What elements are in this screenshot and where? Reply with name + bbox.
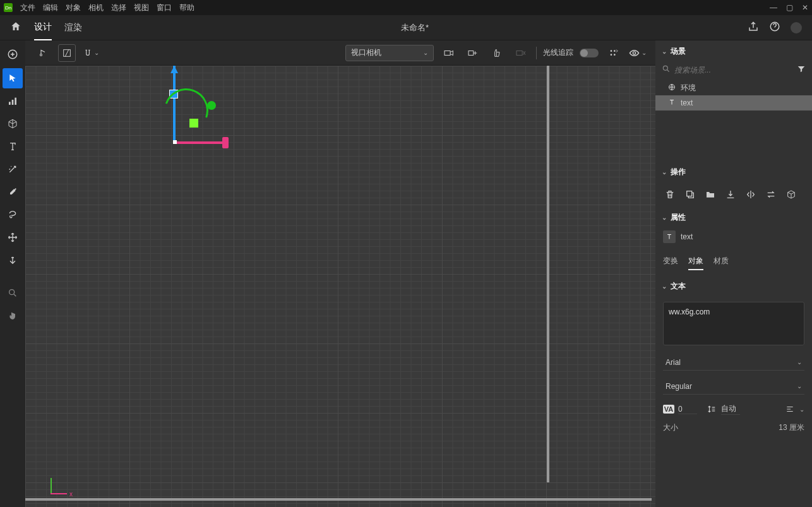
text-icon xyxy=(668,98,676,108)
scene-item-text[interactable]: text xyxy=(655,95,812,110)
axis-indicator: x xyxy=(51,478,67,494)
svg-rect-9 xyxy=(469,51,474,55)
package-icon[interactable] xyxy=(784,188,798,201)
opt-view-icon[interactable]: ⌄ xyxy=(629,44,647,62)
cube-tool[interactable] xyxy=(3,114,23,134)
size-label: 大小 xyxy=(663,422,678,433)
viewport[interactable]: x xyxy=(25,66,655,507)
kerning-input[interactable]: 0 xyxy=(678,405,697,414)
menu-file[interactable]: 文件 xyxy=(20,3,35,13)
hand-tool[interactable] xyxy=(3,306,23,326)
prop-tab-transform[interactable]: 变换 xyxy=(663,253,678,270)
svg-point-0 xyxy=(770,22,779,31)
add-icon[interactable] xyxy=(3,44,23,64)
opt-pivot-icon[interactable] xyxy=(34,44,52,62)
scene-search-input[interactable] xyxy=(674,66,793,75)
swap-icon[interactable] xyxy=(764,188,778,201)
panel-ops-header[interactable]: ⌄操作 xyxy=(655,161,812,182)
opt-cam1-icon[interactable] xyxy=(440,44,458,62)
font-select[interactable]: Arial⌄ xyxy=(663,354,804,371)
opt-cam-add-icon[interactable] xyxy=(464,44,482,62)
menu-select[interactable]: 选择 xyxy=(111,3,126,13)
opt-orient-icon[interactable] xyxy=(58,44,76,62)
svg-rect-8 xyxy=(445,51,450,55)
panel-scene-header[interactable]: ⌄场景 xyxy=(655,40,812,62)
share-icon[interactable] xyxy=(748,21,759,34)
opt-cam-like-icon[interactable] xyxy=(488,44,506,62)
doc-title: 未命名* xyxy=(401,22,429,33)
menu-help[interactable]: 帮助 xyxy=(179,3,194,13)
help-icon[interactable] xyxy=(769,21,780,34)
opt-cam-del-icon[interactable] xyxy=(512,44,530,62)
lineheight-icon xyxy=(706,405,717,414)
opt-snap-icon[interactable]: ⌄ xyxy=(82,44,100,62)
menu-window[interactable]: 窗口 xyxy=(157,3,172,13)
svg-point-6 xyxy=(40,54,42,56)
raytrace-toggle[interactable] xyxy=(580,49,599,57)
grid-axis-v xyxy=(547,66,549,482)
grid-axis-h xyxy=(25,498,652,501)
svg-rect-10 xyxy=(516,51,522,55)
size-value[interactable]: 13 厘米 xyxy=(779,422,804,433)
opt-display-icon[interactable] xyxy=(605,44,623,62)
search-icon xyxy=(662,64,671,75)
text-tool[interactable] xyxy=(3,136,23,157)
tab-render[interactable]: 渲染 xyxy=(64,16,82,40)
svg-point-13 xyxy=(611,54,612,56)
duplicate-icon[interactable] xyxy=(683,188,697,201)
delete-icon[interactable] xyxy=(663,188,677,201)
lineheight-input[interactable]: 自动 xyxy=(721,403,740,415)
app-logo: Dn xyxy=(4,3,13,12)
align-icon[interactable] xyxy=(784,405,796,414)
svg-point-17 xyxy=(669,84,675,90)
anchor-tool[interactable] xyxy=(3,250,23,270)
tab-design[interactable]: 设计 xyxy=(34,15,52,40)
svg-point-5 xyxy=(9,290,15,295)
svg-rect-18 xyxy=(687,191,692,196)
text-value-input[interactable] xyxy=(664,302,804,343)
menu-object[interactable]: 对象 xyxy=(66,3,81,13)
wand-tool[interactable] xyxy=(3,159,23,179)
menu-camera[interactable]: 相机 xyxy=(88,3,104,13)
svg-point-1 xyxy=(8,50,17,59)
panel-props-header[interactable]: ⌄属性 xyxy=(655,206,812,228)
svg-point-11 xyxy=(611,50,612,52)
scene-item-env[interactable]: 环境 xyxy=(655,80,812,95)
raytrace-label: 光线追踪 xyxy=(543,47,573,58)
font-weight-select[interactable]: Regular⌄ xyxy=(663,378,804,395)
sync-icon[interactable] xyxy=(791,22,802,33)
select-tool[interactable] xyxy=(3,68,23,88)
filter-icon[interactable] xyxy=(797,64,806,75)
scale-tool[interactable] xyxy=(3,91,23,111)
eyedropper-tool[interactable] xyxy=(3,182,23,202)
prop-tab-object[interactable]: 对象 xyxy=(688,253,703,270)
svg-rect-7 xyxy=(64,49,71,56)
kerning-icon: VA xyxy=(663,405,674,414)
lasso-tool[interactable] xyxy=(3,205,23,225)
transform-gizmo[interactable] xyxy=(173,66,176,144)
menu-view[interactable]: 视图 xyxy=(134,3,149,13)
window-minimize-icon[interactable]: — xyxy=(770,3,777,12)
svg-rect-3 xyxy=(12,100,14,105)
prop-tab-material[interactable]: 材质 xyxy=(713,253,729,270)
search-tool[interactable] xyxy=(3,283,23,303)
svg-point-12 xyxy=(614,50,616,52)
panel-text-header[interactable]: ⌄文本 xyxy=(655,275,812,297)
svg-point-16 xyxy=(663,66,667,70)
globe-icon xyxy=(668,83,676,93)
home-icon[interactable] xyxy=(10,21,21,35)
folder-icon[interactable] xyxy=(703,188,717,201)
window-maximize-icon[interactable]: ▢ xyxy=(786,3,793,12)
svg-rect-2 xyxy=(9,102,11,105)
svg-rect-4 xyxy=(15,98,16,105)
menu-edit[interactable]: 编辑 xyxy=(43,3,58,13)
mirror-icon[interactable] xyxy=(744,188,758,201)
svg-point-15 xyxy=(633,51,635,54)
camera-select[interactable]: 视口相机⌄ xyxy=(345,45,434,61)
prop-object-name: text xyxy=(681,232,693,241)
svg-point-14 xyxy=(614,54,616,56)
window-close-icon[interactable]: ✕ xyxy=(802,3,808,12)
ground-icon[interactable] xyxy=(724,188,737,201)
text-object-icon xyxy=(663,230,676,243)
move-tool[interactable] xyxy=(3,227,23,248)
